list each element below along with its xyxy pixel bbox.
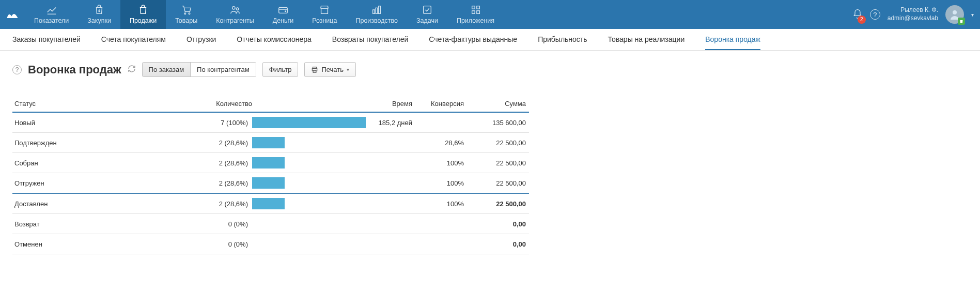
col-conv[interactable]: Конверсия [412, 100, 464, 108]
cell-sum: 22 500,00 [464, 179, 526, 187]
cell-bar [252, 117, 366, 128]
svg-point-2 [232, 7, 235, 9]
nav-label: Продажи [130, 17, 157, 24]
cell-bar [252, 137, 366, 148]
notification-badge: 2 [858, 16, 866, 24]
svg-point-5 [285, 11, 286, 12]
sub-nav: Заказы покупателей Счета покупателям Отг… [0, 29, 980, 51]
svg-rect-6 [373, 10, 375, 13]
funnel-row[interactable]: Возврат0 (0%)0,00 [12, 214, 529, 234]
col-sum[interactable]: Сумма [464, 100, 526, 108]
cell-bar [252, 177, 366, 189]
funnel-row[interactable]: Новый7 (100%)185,2 дней135 600,00 [12, 113, 529, 133]
col-qty[interactable]: Количество [154, 100, 252, 108]
funnel-table: Статус Количество Время Конверсия Сумма … [12, 96, 529, 254]
cell-conv: 100% [412, 200, 464, 208]
subnav-invoices[interactable]: Счета покупателям [101, 29, 166, 50]
cell-status: Отменен [14, 240, 154, 248]
page-header: ? Воронка продаж По заказам По контраген… [0, 51, 980, 81]
funnel-header-row: Статус Количество Время Конверсия Сумма [12, 96, 529, 113]
cell-bar [252, 238, 366, 250]
cell-status: Отгружен [14, 179, 154, 187]
svg-rect-10 [472, 6, 475, 9]
funnel-row[interactable]: Доставлен2 (28,6%)100%22 500,00 [12, 193, 529, 214]
nav-purchases[interactable]: Закупки [78, 0, 120, 29]
subnav-goods-on-sale[interactable]: Товары на реализации [608, 29, 685, 50]
user-block[interactable]: Рылеев К. Ф. admin@sevkavlab [888, 6, 938, 22]
nav-label: Приложения [457, 17, 494, 24]
cell-conv: 28,6% [412, 139, 464, 147]
nav-money[interactable]: Деньги [263, 0, 303, 29]
cell-qty: 2 (28,6%) [154, 200, 252, 208]
refresh-icon[interactable] [128, 65, 136, 74]
cell-status: Собран [14, 159, 154, 167]
cell-conv: 100% [412, 179, 464, 187]
subnav-facturas[interactable]: Счета-фактуры выданные [429, 29, 517, 50]
avatar-badge-icon [958, 18, 965, 25]
nav-label: Розница [312, 17, 337, 24]
cell-conv: 100% [412, 159, 464, 167]
print-label: Печать [321, 66, 344, 73]
nav-indicators[interactable]: Показатели [25, 0, 78, 29]
cell-qty: 2 (28,6%) [154, 139, 252, 147]
col-status[interactable]: Статус [14, 100, 154, 108]
bag-icon [137, 5, 149, 15]
nav-production[interactable]: Производство [346, 0, 407, 29]
svg-point-0 [184, 13, 186, 14]
subnav-funnel[interactable]: Воронка продаж [705, 29, 760, 50]
nav-label: Деньги [273, 17, 293, 24]
chevron-down-icon[interactable]: ▾ [971, 12, 974, 18]
user-name: Рылеев К. Ф. [888, 6, 938, 14]
cell-sum: 22 500,00 [464, 139, 526, 147]
funnel-row[interactable]: Собран2 (28,6%)100%22 500,00 [12, 153, 529, 173]
user-login: admin@sevkavlab [888, 14, 938, 23]
funnel-row[interactable]: Отменен0 (0%)0,00 [12, 234, 529, 254]
nav-goods[interactable]: Товары [166, 0, 207, 29]
filter-button[interactable]: Фильтр [262, 62, 299, 77]
cart-icon [181, 5, 192, 15]
segment-by-agents[interactable]: По контрагентам [190, 63, 256, 76]
funnel-row[interactable]: Отгружен2 (28,6%)100%22 500,00 [12, 173, 529, 193]
notifications-button[interactable]: 2 [852, 9, 863, 21]
page-help-icon[interactable]: ? [12, 65, 22, 74]
nav-retail[interactable]: Розница [303, 0, 346, 29]
nav-items: Показатели Закупки Продажи Товары Контра… [25, 0, 504, 29]
nav-counterparties[interactable]: Контрагенты [207, 0, 263, 29]
cell-sum: 135 600,00 [464, 119, 526, 127]
svg-rect-9 [424, 6, 431, 14]
cell-time: 185,2 дней [366, 119, 412, 127]
segment-by-orders[interactable]: По заказам [143, 63, 191, 76]
cell-qty: 2 (28,6%) [154, 179, 252, 187]
cell-status: Новый [14, 119, 154, 127]
nav-label: Показатели [34, 17, 69, 24]
subnav-returns[interactable]: Возвраты покупателей [332, 29, 409, 50]
subnav-orders[interactable]: Заказы покупателей [12, 29, 81, 50]
subnav-commission-reports[interactable]: Отчеты комиссионера [237, 29, 312, 50]
col-bar [252, 100, 366, 108]
nav-label: Задачи [416, 17, 438, 24]
cell-status: Возврат [14, 220, 154, 228]
cell-bar [252, 218, 366, 229]
nav-label: Производство [355, 17, 398, 24]
app-logo[interactable] [0, 0, 25, 29]
nav-apps[interactable]: Приложения [447, 0, 504, 29]
check-icon [422, 5, 433, 15]
nav-label: Товары [175, 17, 197, 24]
nav-right: 2 ? Рылеев К. Ф. admin@sevkavlab ▾ [852, 0, 980, 29]
subnav-shipments[interactable]: Отгрузки [186, 29, 216, 50]
cell-qty: 7 (100%) [154, 119, 252, 127]
avatar[interactable] [945, 5, 964, 24]
cell-sum: 22 500,00 [464, 200, 526, 208]
funnel-row[interactable]: Подтвержден2 (28,6%)28,6%22 500,00 [12, 133, 529, 153]
nav-tasks[interactable]: Задачи [407, 0, 447, 29]
printer-icon [311, 66, 318, 73]
nav-sales[interactable]: Продажи [120, 0, 166, 29]
print-button[interactable]: Печать ▾ [304, 62, 356, 77]
col-time[interactable]: Время [366, 100, 412, 108]
store-icon [319, 5, 330, 15]
svg-point-3 [236, 8, 239, 10]
people-icon [229, 5, 241, 15]
help-button[interactable]: ? [870, 9, 880, 20]
subnav-profitability[interactable]: Прибыльность [538, 29, 587, 50]
chevron-down-icon: ▾ [347, 67, 349, 72]
